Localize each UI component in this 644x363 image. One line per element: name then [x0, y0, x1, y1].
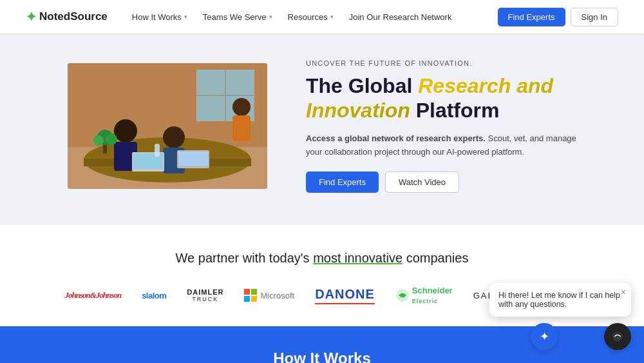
nav-sign-in-button[interactable]: Sign In	[571, 8, 618, 26]
chat-widget: × Hi there! Let me know if I can help wi…	[489, 283, 631, 350]
partner-logo-danone: DANONE	[315, 284, 375, 307]
nav-how-it-works[interactable]: How It Works ▾	[126, 8, 194, 26]
svg-rect-24	[244, 296, 250, 302]
hero-description: Access a global network of research expe…	[306, 132, 576, 159]
partner-logo-microsoft: Microsoft	[244, 284, 294, 307]
chat-bubble: × Hi there! Let me know if I can help wi…	[489, 283, 631, 317]
hero-image	[68, 63, 267, 189]
logo[interactable]: ✦ NotedSource	[26, 9, 108, 25]
navigation: ✦ NotedSource How It Works ▾ Teams We Se…	[0, 0, 644, 34]
hero-buttons: Find Experts Watch Video	[306, 172, 576, 193]
chat-avatar-button[interactable]: ✦	[531, 323, 558, 350]
partner-logo-slalom: slalom	[142, 284, 166, 307]
hero-title-after: Platform	[410, 99, 500, 122]
svg-point-11	[232, 98, 251, 116]
logo-text: NotedSource	[39, 10, 108, 23]
partner-logo-schneider: SchneiderElectric	[395, 284, 453, 307]
partner-logo-daimler: DAIMLER TRUCK	[187, 284, 223, 307]
hero-description-bold: Access a global network of research expe…	[306, 133, 486, 143]
hero-find-experts-button[interactable]: Find Experts	[306, 172, 379, 193]
svg-rect-22	[244, 289, 250, 295]
svg-rect-25	[251, 296, 257, 302]
nav-join-research[interactable]: Join Our Research Network	[343, 8, 459, 26]
svg-point-36	[612, 331, 623, 342]
svg-point-7	[114, 119, 137, 142]
chevron-down-icon: ▾	[330, 14, 334, 20]
how-it-works-title: How It Works	[26, 349, 618, 363]
svg-point-20	[106, 133, 117, 145]
hero-watch-video-button[interactable]: Watch Video	[385, 172, 459, 193]
svg-rect-16	[178, 152, 208, 166]
hero-section: UNCOVER THE FUTURE OF INNOVATION. The Gl…	[0, 34, 644, 225]
hero-title: The Global Research and Innovation Platf…	[306, 74, 576, 123]
hero-subtitle: UNCOVER THE FUTURE OF INNOVATION.	[306, 59, 576, 67]
logo-star-icon: ✦	[26, 9, 37, 25]
nav-links: How It Works ▾ Teams We Serve ▾ Resource…	[126, 8, 498, 26]
nav-find-experts-button[interactable]: Find Experts	[498, 8, 565, 26]
partners-title-before: We partner with today's	[176, 251, 314, 265]
chat-close-button[interactable]: ×	[621, 287, 626, 297]
nav-teams-we-serve[interactable]: Teams We Serve ▾	[196, 8, 279, 26]
hero-title-before: The Global	[306, 74, 418, 97]
hero-content: UNCOVER THE FUTURE OF INNOVATION. The Gl…	[306, 59, 576, 193]
svg-rect-21	[155, 144, 160, 157]
svg-rect-23	[251, 289, 257, 295]
chat-star-icon: ✦	[540, 329, 549, 344]
partners-title-highlight: most innovative	[313, 251, 402, 265]
partners-title: We partner with today's most innovative …	[26, 251, 618, 266]
partners-title-after: companies	[402, 251, 468, 265]
svg-point-9	[163, 126, 185, 148]
svg-point-19	[93, 135, 104, 146]
chevron-down-icon: ▾	[269, 14, 272, 20]
nav-resources[interactable]: Resources ▾	[281, 8, 340, 26]
nav-actions: Find Experts Sign In	[498, 8, 618, 26]
chat-open-button[interactable]	[604, 323, 631, 350]
chevron-down-icon: ▾	[184, 14, 187, 20]
partner-logo-jj: Johnson&Johnson	[65, 284, 122, 307]
chat-message: Hi there! Let me know if I can help with…	[498, 291, 620, 309]
svg-rect-12	[232, 115, 251, 141]
